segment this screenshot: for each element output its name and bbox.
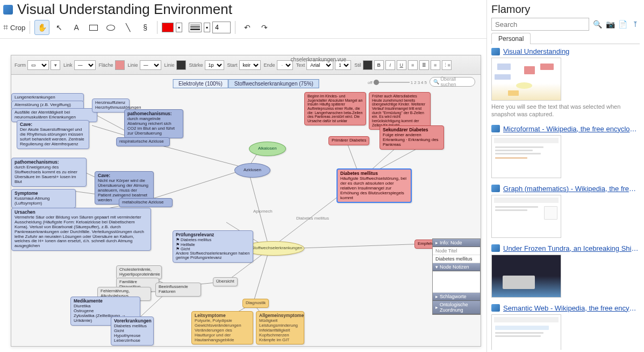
line-weight-dropdown[interactable]: ▾ [204,23,210,32]
text-color[interactable] [363,60,373,70]
snapshot-list[interactable]: Visual Understanding Here you will see t… [491,44,640,350]
node[interactable]: Cave:Der Akute Sauerstoffmangel und die … [17,120,89,149]
snapshot-thumbnail[interactable] [491,195,561,238]
node[interactable]: Cholesterinämie, Hyperlipoproteinämie [116,265,162,279]
redo-button[interactable]: ↷ [257,20,272,35]
camera-icon[interactable]: 📷 [606,19,615,29]
arrow-icon: ↖ [56,23,62,32]
snapshot-item[interactable]: Under Frozen Tundra, an Icebreaking Ship… [491,243,640,298]
arrow-start[interactable]: keine [239,60,261,70]
node[interactable]: LeitsymptomePolyurie, Polydipsie Gewicht… [191,311,253,344]
node[interactable]: SymptomeKussmaul-Atmung (Luftsymptom) [11,189,76,208]
breadcrumb-item[interactable]: Stoffwechselerkrankungen (75%) [228,79,319,88]
breadcrumb-item[interactable]: Elektrolyte (100%) [173,79,228,88]
snapshot-title[interactable]: Microformat - Wikipedia, the free encycl… [503,125,640,133]
chevron-down-icon: ▾ [206,25,208,30]
italic-button[interactable]: I [385,60,395,70]
node-alkalosen[interactable]: Alkalosen [249,142,286,156]
node[interactable]: Beeinflussende Faktoren [155,283,201,297]
zoom-slider[interactable]: off 12345 [368,77,427,88]
bold-button[interactable]: B [374,60,384,70]
select-tool-button[interactable]: ↖ [52,20,67,35]
snapshot-item[interactable]: Semantic Web - Wikipedia, the free encyc… [491,303,640,350]
snapshot-icon [491,48,500,55]
node-selected[interactable]: Diabetes mellitusHäufigste Stoffwechsels… [337,168,412,203]
underline-button[interactable]: U [397,60,406,70]
align-right[interactable]: ≡ [431,60,440,70]
page-icon[interactable]: 📄 [618,19,627,29]
concept-map-canvas[interactable]: Form▭▾ Link— Fläche Linie— Linie Stärke1… [11,55,481,347]
stroke-width-input[interactable] [212,22,231,33]
stroke-select[interactable]: 1px [205,60,224,70]
snapshot-item[interactable]: Visual Understanding Here you will see t… [491,46,640,118]
node[interactable]: AllgemeinsymptomeMüdigkeit Leistungsmind… [256,311,304,344]
align-center[interactable]: ≣ [419,60,429,70]
snapshot-title[interactable]: Semantic Web - Wikipedia, the free encyc… [503,304,640,312]
node[interactable]: Prüfungsrelevanz⚑ Diabetes mellitus ⚑ He… [173,230,253,263]
snapshot-thumbnail[interactable] [491,314,561,350]
tab-personal[interactable]: Personal [491,33,531,44]
node-diagnostik[interactable]: Diagnostik [242,299,269,308]
info-onto-header[interactable]: ▸ Ontologische Zuordnung [433,301,480,314]
snapshot-item[interactable]: Graph (mathematics) - Wikipedia, the fre… [491,184,640,238]
form-dd[interactable]: ▾ [51,60,60,70]
ellipse-tool-button[interactable] [103,20,118,35]
free-draw-button[interactable]: § [138,20,153,35]
link-label: Diabetes mellitus [296,216,329,221]
fill-color[interactable] [115,60,125,70]
canvas-area: Form▭▾ Link— Fläche Linie— Linie Stärke1… [0,39,486,352]
chevron-down-icon: ▾ [178,25,180,30]
canvas-search[interactable]: 🔍 Überall suchen [430,77,475,87]
crop-button[interactable]: ⌗ Crop [3,23,25,32]
snapshot-thumbnail[interactable] [491,58,561,101]
info-header[interactable]: ▸ Info: Node [433,239,480,247]
snapshot-title[interactable]: Under Frozen Tundra, an Icebreaking Ship… [503,244,640,252]
squiggle-icon: § [143,23,147,32]
snapshot-title[interactable]: Graph (mathematics) - Wikipedia, the fre… [503,185,640,193]
node[interactable]: Sekundärer DiabetesFolge einer anderen E… [380,125,444,150]
text-tool-button[interactable]: A [69,20,84,35]
search-icon[interactable]: 🔍 [592,19,603,30]
snapshot-thumbnail[interactable] [491,255,561,298]
snapshot-item[interactable]: Microformat - Wikipedia, the free encycl… [491,124,640,178]
sidebar-search-input[interactable] [491,18,589,31]
fill-color-dropdown[interactable]: ▾ [176,23,182,32]
node[interactable]: metabolische Azidose [119,198,173,207]
node[interactable]: respiratorische Azidose [116,137,170,146]
node[interactable]: Beginn im Kindes- und Jugendalter Absolu… [304,92,366,125]
align-left[interactable]: ≡ [408,60,418,70]
info-notes-body[interactable] [433,271,480,293]
zoom-thumb[interactable] [374,80,379,85]
fill-color-swatch[interactable] [162,23,174,32]
snapshot-title[interactable]: Visual Understanding [503,47,569,55]
node-uebersicht[interactable]: Übersicht [213,277,238,286]
snapshot-icon [491,244,500,252]
collapse-icon[interactable]: ⤒ [631,19,640,29]
search-icon: 🔍 [433,79,439,85]
separator [30,21,30,34]
node[interactable]: pathomechanismus:durch Erweigerung des S… [11,158,87,187]
info-tags-header[interactable]: ▸ Schlagworte [433,293,480,301]
line-style[interactable]: — [140,60,161,70]
node[interactable]: UrsachenVermehrte Säur oder Bildung von … [11,208,151,251]
snapshot-icon [491,304,500,312]
list-button[interactable]: ⋮≡ [442,60,452,70]
node[interactable]: Früher auch Altersdiabetes Heute zunehmu… [369,92,431,130]
snapshot-thumbnail[interactable] [491,135,561,178]
undo-icon: ↶ [244,23,251,32]
undo-button[interactable]: ↶ [240,20,255,35]
line-tool-button[interactable]: ╲ [120,20,135,35]
node[interactable]: VorerkrankungenDiabetes mellitus Gicht H… [111,316,154,346]
line-color[interactable] [176,60,186,70]
hand-tool-button[interactable]: ✋ [34,20,49,35]
link-select[interactable]: — [74,60,96,70]
line-weight-button[interactable] [189,23,202,32]
node-azidosen[interactable]: Azidosen [234,163,270,178]
rect-tool-button[interactable] [86,20,101,35]
info-notes-header[interactable]: ▾ Node Notizen [433,263,480,271]
form-select[interactable]: ▭ [27,60,49,70]
node[interactable]: pathomechanismus:durch mangelnde Abatmun… [124,109,183,138]
canvas-toolbar: Form▭▾ Link— Fläche Linie— Linie Stärke1… [11,55,481,75]
node[interactable]: Primärer Diabetes [328,136,369,145]
link-label: Aplomech [253,209,273,214]
